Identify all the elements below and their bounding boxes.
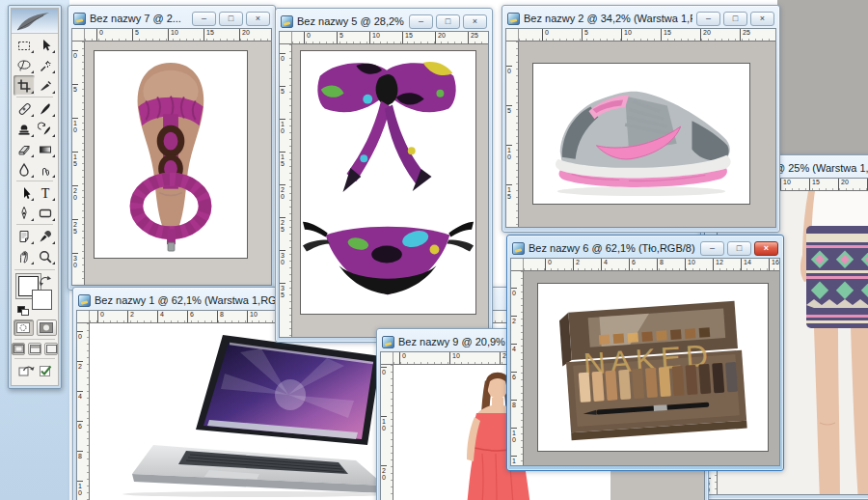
minimize-button[interactable]: – — [700, 241, 724, 256]
photo-sneaker — [532, 63, 750, 205]
ruler-label: 6 — [77, 421, 83, 430]
hand-tool[interactable] — [14, 246, 35, 266]
path-selection-tool[interactable] — [14, 182, 35, 203]
smudge-tool[interactable] — [35, 159, 56, 180]
ruler-label: 15 — [402, 32, 413, 44]
ruler-label: 25 — [72, 219, 78, 235]
divider — [14, 358, 55, 359]
ruler-label: 4 — [77, 391, 83, 400]
ruler-corner — [506, 29, 519, 42]
ruler-label: 6 — [511, 372, 517, 380]
eraser-tool[interactable] — [14, 139, 35, 159]
slice-tool[interactable] — [35, 75, 56, 96]
edit-check-icon[interactable] — [40, 363, 52, 380]
canvas-pasteboard[interactable] — [292, 44, 488, 337]
ruler-label: 15 — [280, 152, 285, 167]
window-title: Bez nazwy 9 @ 20,9% (W — [398, 336, 522, 347]
lasso-tool[interactable] — [14, 55, 35, 75]
quick-mask-mode-button[interactable] — [37, 319, 57, 336]
naked-eyeshadow-palette-image: NAKED — [538, 284, 768, 451]
color-swatches — [17, 274, 52, 317]
crop-tool[interactable] — [14, 75, 35, 96]
shape-tool[interactable] — [35, 203, 56, 223]
vertical-ruler: 05101520253035 — [72, 42, 85, 285]
ruler-label: 8 — [77, 451, 83, 459]
brush-tool[interactable] — [35, 98, 56, 119]
ruler-label: 10 — [780, 179, 791, 191]
ruler-label: 25 — [468, 32, 478, 44]
vertical-ruler: 05101520253035 — [280, 44, 292, 337]
minimize-button[interactable]: – — [192, 12, 216, 26]
notes-tool[interactable] — [14, 226, 35, 246]
gradient-tool[interactable] — [35, 139, 56, 159]
close-button[interactable]: × — [246, 12, 270, 26]
maximize-button[interactable]: □ — [723, 12, 747, 26]
zoom-tool[interactable] — [35, 246, 56, 266]
document-area: 0510152025 051015 — [505, 28, 776, 228]
fullscreen-button[interactable] — [44, 343, 58, 355]
ruler-label: 0 — [72, 50, 78, 59]
healing-brush-tool[interactable] — [14, 98, 35, 119]
move-tool[interactable] — [35, 35, 56, 55]
ruler-label: 30 — [280, 250, 285, 265]
ruler-label: 0 — [304, 32, 311, 44]
workspace-gray-area — [777, 0, 868, 154]
standard-mode-button[interactable] — [14, 319, 34, 336]
close-button[interactable]: × — [750, 12, 774, 26]
photoshop-toolbox[interactable]: T — [8, 5, 62, 389]
ruler-label: 0 — [97, 311, 104, 323]
document-area: 0510152025 05101520253035 — [71, 28, 272, 286]
ruler-label: 10 — [72, 118, 78, 133]
ruler-label: 10 — [506, 145, 512, 160]
photoshop-document-icon — [382, 336, 394, 348]
fullscreen-with-menu-button[interactable] — [28, 343, 41, 355]
background-color-swatch[interactable] — [32, 290, 52, 310]
close-button[interactable]: × — [463, 14, 487, 29]
ruler-label: 0 — [511, 288, 517, 296]
canvas-pasteboard[interactable] — [85, 42, 271, 285]
eyedropper-tool[interactable] — [35, 226, 56, 246]
type-tool[interactable]: T — [35, 182, 56, 203]
swap-colors-icon[interactable] — [39, 274, 52, 292]
ruler-label: 6 — [629, 259, 636, 271]
close-button[interactable]: × — [754, 241, 778, 256]
divider — [16, 181, 53, 181]
ruler-label: 5 — [72, 84, 78, 93]
ruler-label: 20 — [72, 185, 78, 201]
jump-to-imageready-button[interactable] — [18, 363, 35, 380]
photo-bikini — [300, 50, 476, 315]
window-titlebar[interactable]: Bez nazwy 2 @ 34,2% (Warstwa 1,RGB... – … — [505, 9, 776, 28]
maximize-button[interactable]: □ — [727, 241, 751, 256]
pen-tool[interactable] — [14, 203, 35, 223]
photoshop-document-icon — [281, 15, 293, 28]
photo-naked-palette: NAKED — [537, 283, 769, 452]
maximize-button[interactable]: □ — [436, 14, 460, 29]
ruler-label: 15 — [203, 29, 214, 42]
window-titlebar[interactable]: Bez nazwy 6 @ 62,1% (Tło,RGB/8) – □ × — [510, 238, 780, 258]
maximize-button[interactable]: □ — [219, 12, 243, 26]
default-colors-icon[interactable] — [17, 306, 30, 317]
blur-tool[interactable] — [14, 159, 35, 180]
minimize-button[interactable]: – — [696, 12, 720, 26]
macbook-laptop-image — [95, 331, 404, 497]
purple-bikini-image — [301, 51, 475, 314]
rectangular-marquee-tool[interactable] — [14, 35, 35, 55]
history-brush-tool[interactable] — [35, 119, 56, 139]
document-window-palette: Bez nazwy 6 @ 62,1% (Tło,RGB/8) – □ × 02… — [506, 235, 784, 471]
clone-stamp-tool[interactable] — [14, 119, 35, 139]
magic-wand-tool[interactable] — [35, 55, 56, 75]
ruler-label: 10 — [621, 29, 632, 42]
canvas-pasteboard[interactable]: NAKED — [524, 271, 779, 465]
horizontal-ruler: 0246810121416 — [524, 259, 779, 271]
ruler-label: 0 — [381, 367, 387, 375]
window-titlebar[interactable]: Bez nazwy 7 @ 2... – □ × — [71, 9, 272, 28]
photoshop-document-icon — [507, 13, 520, 25]
window-titlebar[interactable]: Bez nazwy 5 @ 28,2% (... – □ × — [279, 12, 489, 31]
standard-screen-mode-button[interactable] — [12, 343, 25, 355]
canvas-pasteboard[interactable] — [519, 42, 775, 227]
minimize-button[interactable]: – — [409, 14, 433, 29]
window-buttons: – □ × — [409, 14, 487, 29]
photoshop-document-icon — [73, 13, 86, 25]
ruler-label: 5 — [337, 32, 343, 44]
ruler-label: 2 — [511, 316, 517, 324]
